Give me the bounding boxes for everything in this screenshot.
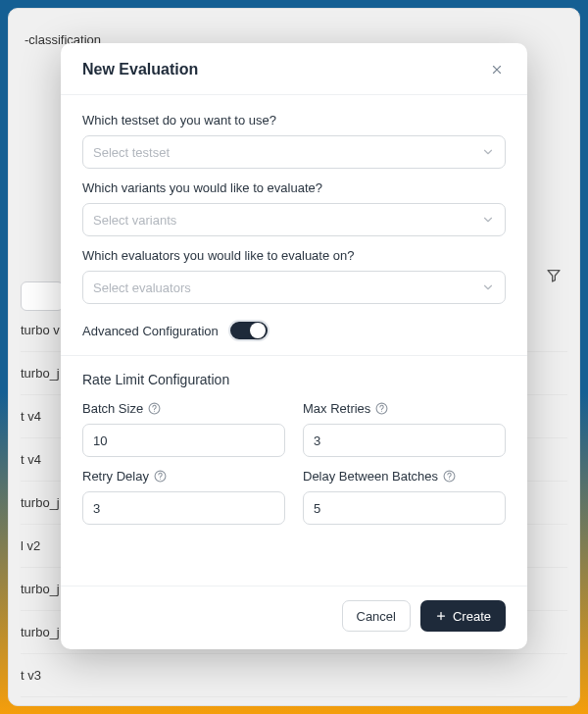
help-icon[interactable]: [154, 470, 167, 483]
advanced-config-label: Advanced Configuration: [82, 324, 219, 338]
retry-delay-label-row: Retry Delay: [82, 469, 285, 484]
chevron-down-icon: [481, 145, 495, 159]
chevron-down-icon: [481, 213, 495, 227]
modal-title: New Evaluation: [82, 61, 198, 78]
batch-size-label-row: Batch Size: [82, 401, 285, 416]
max-retries-label: Max Retries: [303, 401, 370, 416]
advanced-config-row: Advanced Configuration: [82, 316, 506, 351]
evaluators-placeholder: Select evaluators: [93, 280, 191, 295]
delay-between-batches-label: Delay Between Batches: [303, 469, 438, 484]
cancel-button[interactable]: Cancel: [342, 600, 411, 632]
variants-field: Which variants you would like to evaluat…: [82, 180, 506, 236]
chevron-down-icon: [481, 280, 495, 294]
modal-footer: Cancel Create: [61, 586, 527, 649]
testset-placeholder: Select testset: [93, 145, 170, 160]
variants-placeholder: Select variants: [93, 213, 176, 228]
batch-size-input[interactable]: [82, 424, 285, 457]
max-retries-label-row: Max Retries: [303, 401, 506, 416]
close-button[interactable]: [488, 61, 506, 78]
modal-header: New Evaluation: [61, 43, 527, 95]
advanced-config-toggle[interactable]: [228, 320, 270, 341]
cancel-label: Cancel: [357, 609, 396, 624]
retry-delay-label: Retry Delay: [82, 469, 149, 484]
modal-overlay: New Evaluation Which testset do you want…: [0, 0, 588, 714]
plus-icon: [435, 610, 447, 622]
delay-between-batches-field: Delay Between Batches: [303, 469, 506, 525]
evaluators-field: Which evaluators you would like to evalu…: [82, 248, 506, 304]
help-icon[interactable]: [375, 402, 388, 415]
evaluators-select[interactable]: Select evaluators: [82, 271, 506, 304]
delay-between-batches-label-row: Delay Between Batches: [303, 469, 506, 484]
variants-select[interactable]: Select variants: [82, 203, 506, 236]
rate-limit-grid: Batch Size Max Retries Retry Delay: [82, 401, 506, 525]
modal-body: Which testset do you want to use? Select…: [61, 95, 527, 531]
batch-size-label: Batch Size: [82, 401, 143, 416]
create-label: Create: [453, 609, 491, 624]
variants-label: Which variants you would like to evaluat…: [82, 180, 506, 195]
new-evaluation-modal: New Evaluation Which testset do you want…: [61, 43, 527, 649]
delay-between-batches-input[interactable]: [303, 491, 506, 525]
create-button[interactable]: Create: [420, 600, 506, 632]
testset-select[interactable]: Select testset: [82, 135, 506, 169]
divider: [61, 355, 527, 356]
testset-field: Which testset do you want to use? Select…: [82, 113, 506, 169]
max-retries-field: Max Retries: [303, 401, 506, 457]
retry-delay-field: Retry Delay: [82, 469, 285, 525]
evaluators-label: Which evaluators you would like to evalu…: [82, 248, 506, 263]
rate-limit-heading: Rate Limit Configuration: [82, 372, 506, 387]
max-retries-input[interactable]: [303, 424, 506, 457]
close-icon: [490, 63, 504, 76]
testset-label: Which testset do you want to use?: [82, 113, 506, 128]
batch-size-field: Batch Size: [82, 401, 285, 457]
help-icon[interactable]: [148, 402, 161, 415]
toggle-knob: [250, 323, 266, 338]
retry-delay-input[interactable]: [82, 491, 285, 525]
help-icon[interactable]: [443, 470, 456, 483]
